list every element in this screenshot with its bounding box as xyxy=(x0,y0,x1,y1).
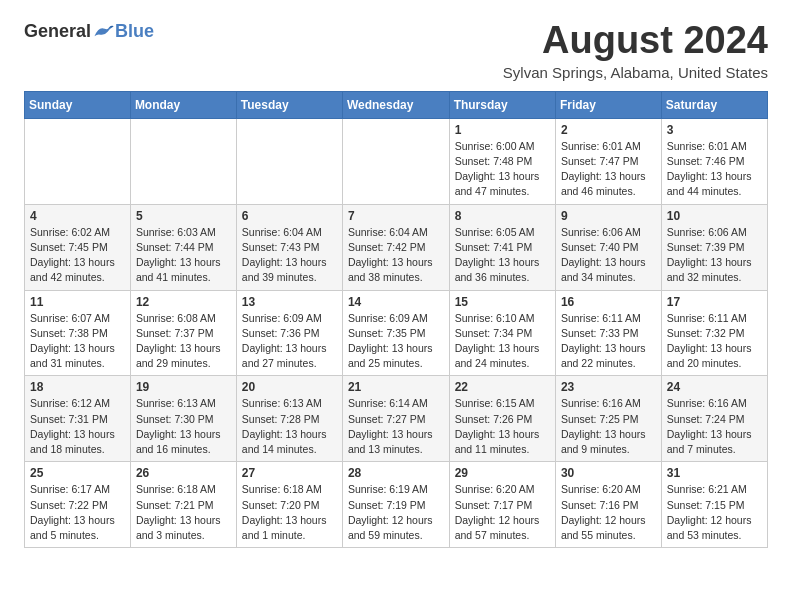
day-number: 18 xyxy=(30,380,125,394)
calendar-table: SundayMondayTuesdayWednesdayThursdayFrid… xyxy=(24,91,768,548)
day-number: 26 xyxy=(136,466,231,480)
calendar-cell: 25Sunrise: 6:17 AMSunset: 7:22 PMDayligh… xyxy=(25,462,131,548)
day-number: 10 xyxy=(667,209,762,223)
day-number: 7 xyxy=(348,209,444,223)
calendar-cell: 4Sunrise: 6:02 AMSunset: 7:45 PMDaylight… xyxy=(25,204,131,290)
calendar-cell: 30Sunrise: 6:20 AMSunset: 7:16 PMDayligh… xyxy=(555,462,661,548)
day-number: 12 xyxy=(136,295,231,309)
day-info: Sunrise: 6:13 AMSunset: 7:28 PMDaylight:… xyxy=(242,396,337,457)
day-number: 3 xyxy=(667,123,762,137)
column-header-thursday: Thursday xyxy=(449,91,555,118)
calendar-cell xyxy=(236,118,342,204)
calendar-cell: 5Sunrise: 6:03 AMSunset: 7:44 PMDaylight… xyxy=(130,204,236,290)
column-header-friday: Friday xyxy=(555,91,661,118)
day-number: 14 xyxy=(348,295,444,309)
calendar-week-1: 1Sunrise: 6:00 AMSunset: 7:48 PMDaylight… xyxy=(25,118,768,204)
calendar-cell: 14Sunrise: 6:09 AMSunset: 7:35 PMDayligh… xyxy=(342,290,449,376)
day-info: Sunrise: 6:05 AMSunset: 7:41 PMDaylight:… xyxy=(455,225,550,286)
day-number: 24 xyxy=(667,380,762,394)
day-info: Sunrise: 6:18 AMSunset: 7:21 PMDaylight:… xyxy=(136,482,231,543)
day-info: Sunrise: 6:16 AMSunset: 7:25 PMDaylight:… xyxy=(561,396,656,457)
day-number: 9 xyxy=(561,209,656,223)
day-info: Sunrise: 6:02 AMSunset: 7:45 PMDaylight:… xyxy=(30,225,125,286)
day-number: 5 xyxy=(136,209,231,223)
calendar-cell: 3Sunrise: 6:01 AMSunset: 7:46 PMDaylight… xyxy=(661,118,767,204)
column-header-monday: Monday xyxy=(130,91,236,118)
day-info: Sunrise: 6:19 AMSunset: 7:19 PMDaylight:… xyxy=(348,482,444,543)
day-number: 13 xyxy=(242,295,337,309)
day-number: 21 xyxy=(348,380,444,394)
location-subtitle: Sylvan Springs, Alabama, United States xyxy=(503,64,768,81)
day-info: Sunrise: 6:00 AMSunset: 7:48 PMDaylight:… xyxy=(455,139,550,200)
calendar-cell: 15Sunrise: 6:10 AMSunset: 7:34 PMDayligh… xyxy=(449,290,555,376)
calendar-cell: 27Sunrise: 6:18 AMSunset: 7:20 PMDayligh… xyxy=(236,462,342,548)
day-info: Sunrise: 6:20 AMSunset: 7:17 PMDaylight:… xyxy=(455,482,550,543)
column-header-saturday: Saturday xyxy=(661,91,767,118)
day-number: 2 xyxy=(561,123,656,137)
calendar-week-3: 11Sunrise: 6:07 AMSunset: 7:38 PMDayligh… xyxy=(25,290,768,376)
day-info: Sunrise: 6:01 AMSunset: 7:46 PMDaylight:… xyxy=(667,139,762,200)
day-number: 15 xyxy=(455,295,550,309)
calendar-cell: 31Sunrise: 6:21 AMSunset: 7:15 PMDayligh… xyxy=(661,462,767,548)
calendar-cell: 17Sunrise: 6:11 AMSunset: 7:32 PMDayligh… xyxy=(661,290,767,376)
calendar-cell xyxy=(342,118,449,204)
calendar-cell: 16Sunrise: 6:11 AMSunset: 7:33 PMDayligh… xyxy=(555,290,661,376)
day-number: 27 xyxy=(242,466,337,480)
calendar-header-row: SundayMondayTuesdayWednesdayThursdayFrid… xyxy=(25,91,768,118)
day-number: 6 xyxy=(242,209,337,223)
logo-bird-icon xyxy=(93,20,115,42)
day-number: 23 xyxy=(561,380,656,394)
day-info: Sunrise: 6:13 AMSunset: 7:30 PMDaylight:… xyxy=(136,396,231,457)
logo-general-text: General xyxy=(24,21,91,42)
day-number: 20 xyxy=(242,380,337,394)
day-number: 4 xyxy=(30,209,125,223)
day-info: Sunrise: 6:04 AMSunset: 7:42 PMDaylight:… xyxy=(348,225,444,286)
calendar-cell: 24Sunrise: 6:16 AMSunset: 7:24 PMDayligh… xyxy=(661,376,767,462)
calendar-cell: 12Sunrise: 6:08 AMSunset: 7:37 PMDayligh… xyxy=(130,290,236,376)
calendar-week-4: 18Sunrise: 6:12 AMSunset: 7:31 PMDayligh… xyxy=(25,376,768,462)
calendar-cell: 8Sunrise: 6:05 AMSunset: 7:41 PMDaylight… xyxy=(449,204,555,290)
day-number: 22 xyxy=(455,380,550,394)
day-number: 1 xyxy=(455,123,550,137)
calendar-cell: 21Sunrise: 6:14 AMSunset: 7:27 PMDayligh… xyxy=(342,376,449,462)
day-info: Sunrise: 6:11 AMSunset: 7:33 PMDaylight:… xyxy=(561,311,656,372)
day-number: 31 xyxy=(667,466,762,480)
calendar-cell: 7Sunrise: 6:04 AMSunset: 7:42 PMDaylight… xyxy=(342,204,449,290)
month-title: August 2024 xyxy=(503,20,768,62)
header: General Blue August 2024 Sylvan Springs,… xyxy=(24,20,768,81)
day-info: Sunrise: 6:06 AMSunset: 7:39 PMDaylight:… xyxy=(667,225,762,286)
calendar-cell xyxy=(130,118,236,204)
day-info: Sunrise: 6:12 AMSunset: 7:31 PMDaylight:… xyxy=(30,396,125,457)
day-info: Sunrise: 6:17 AMSunset: 7:22 PMDaylight:… xyxy=(30,482,125,543)
day-info: Sunrise: 6:01 AMSunset: 7:47 PMDaylight:… xyxy=(561,139,656,200)
day-number: 25 xyxy=(30,466,125,480)
day-info: Sunrise: 6:21 AMSunset: 7:15 PMDaylight:… xyxy=(667,482,762,543)
calendar-cell: 2Sunrise: 6:01 AMSunset: 7:47 PMDaylight… xyxy=(555,118,661,204)
day-number: 29 xyxy=(455,466,550,480)
day-number: 17 xyxy=(667,295,762,309)
calendar-cell: 29Sunrise: 6:20 AMSunset: 7:17 PMDayligh… xyxy=(449,462,555,548)
calendar-cell: 9Sunrise: 6:06 AMSunset: 7:40 PMDaylight… xyxy=(555,204,661,290)
logo-blue-text: Blue xyxy=(115,21,154,42)
day-info: Sunrise: 6:06 AMSunset: 7:40 PMDaylight:… xyxy=(561,225,656,286)
calendar-cell: 6Sunrise: 6:04 AMSunset: 7:43 PMDaylight… xyxy=(236,204,342,290)
day-number: 8 xyxy=(455,209,550,223)
calendar-cell: 23Sunrise: 6:16 AMSunset: 7:25 PMDayligh… xyxy=(555,376,661,462)
day-info: Sunrise: 6:03 AMSunset: 7:44 PMDaylight:… xyxy=(136,225,231,286)
title-area: August 2024 Sylvan Springs, Alabama, Uni… xyxy=(503,20,768,81)
day-info: Sunrise: 6:07 AMSunset: 7:38 PMDaylight:… xyxy=(30,311,125,372)
day-info: Sunrise: 6:08 AMSunset: 7:37 PMDaylight:… xyxy=(136,311,231,372)
column-header-tuesday: Tuesday xyxy=(236,91,342,118)
day-info: Sunrise: 6:15 AMSunset: 7:26 PMDaylight:… xyxy=(455,396,550,457)
calendar-body: 1Sunrise: 6:00 AMSunset: 7:48 PMDaylight… xyxy=(25,118,768,547)
calendar-cell: 19Sunrise: 6:13 AMSunset: 7:30 PMDayligh… xyxy=(130,376,236,462)
day-info: Sunrise: 6:16 AMSunset: 7:24 PMDaylight:… xyxy=(667,396,762,457)
day-info: Sunrise: 6:04 AMSunset: 7:43 PMDaylight:… xyxy=(242,225,337,286)
calendar-week-5: 25Sunrise: 6:17 AMSunset: 7:22 PMDayligh… xyxy=(25,462,768,548)
day-info: Sunrise: 6:20 AMSunset: 7:16 PMDaylight:… xyxy=(561,482,656,543)
day-info: Sunrise: 6:18 AMSunset: 7:20 PMDaylight:… xyxy=(242,482,337,543)
calendar-cell: 10Sunrise: 6:06 AMSunset: 7:39 PMDayligh… xyxy=(661,204,767,290)
calendar-cell: 28Sunrise: 6:19 AMSunset: 7:19 PMDayligh… xyxy=(342,462,449,548)
calendar-cell: 26Sunrise: 6:18 AMSunset: 7:21 PMDayligh… xyxy=(130,462,236,548)
calendar-cell: 13Sunrise: 6:09 AMSunset: 7:36 PMDayligh… xyxy=(236,290,342,376)
